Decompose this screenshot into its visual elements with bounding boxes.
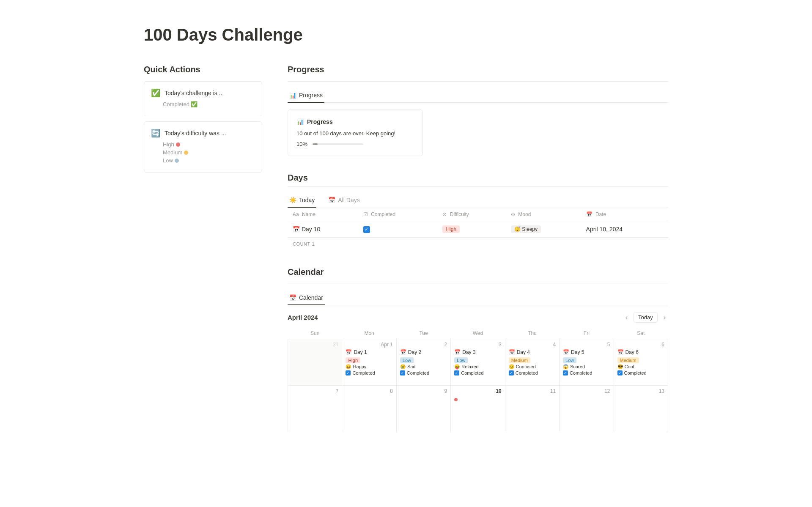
cal-day-1-mood: 😀 Happy [346,364,392,370]
cal-day-1-checkbox [346,370,351,375]
page-title: 100 Days Challenge [144,25,668,44]
table-header-row: Aa Name ☑ Completed ⊙ Difficulty ⊙ Mood … [288,208,668,221]
tab-all-days[interactable]: 📅 All Days [326,193,361,208]
cal-date-8: 8 [346,388,392,394]
cal-date-12: 12 [563,388,610,394]
cal-day-5-completed-label: Completed [570,370,592,375]
days-table: Aa Name ☑ Completed ⊙ Difficulty ⊙ Mood … [288,208,668,238]
cal-day-4-icon: 📅 [509,349,515,355]
calendar-month: April 2024 [288,314,318,321]
cal-day-6: 📅 Day 6 Medium 😎 Cool Completed [617,349,664,375]
difficulty-tag: High [442,225,460,233]
progress-tab[interactable]: 📊 Progress [288,88,324,103]
cal-day-6-icon: 📅 [617,349,624,355]
cal-day-2-mood: 😢 Sad [400,364,447,370]
cal-day-6-name: 📅 Day 6 [617,349,664,355]
tab-today[interactable]: ☀️ Today [288,193,316,208]
calendar-tab[interactable]: 📅 Calendar [288,291,325,305]
cal-day-2-label: Day 2 [408,349,421,355]
cal-day-3-mood: 😝 Relaxed [454,364,501,370]
col-mood: ⊙ Mood [506,208,581,221]
mood-badge: 😴 Sleepy [511,225,541,233]
difficulty-low-dot [175,159,179,163]
cal-day-3-tag: Low [454,357,468,363]
cal-cell-apr1: Apr 1 📅 Day 1 High 😀 Happy [342,339,396,386]
cal-cell-8: 8 [342,386,396,432]
cal-date-apr4: 4 [509,342,556,348]
calendar-today-btn[interactable]: Today [634,312,658,323]
cal-date-apr3: 3 [454,342,501,348]
cal-day-4: 📅 Day 4 Medium 😕 Confused Completed [509,349,556,375]
calendar-next-btn[interactable]: › [661,313,668,322]
cal-day-6-completed-label: Completed [624,370,647,375]
cal-day-5-completed: Completed [563,370,610,375]
cal-day-6-label: Day 6 [625,349,639,355]
cal-day-2-checkbox [400,370,405,375]
cal-day-3-checkbox [454,370,459,375]
quick-actions-title: Quick Actions [144,65,262,74]
progress-card-label: Progress [307,118,333,125]
cal-day-4-completed: Completed [509,370,556,375]
table-row: 📅 Day 10 High 😴 Sleepy April 1 [288,221,668,238]
cal-day-1-name: 📅 Day 1 [346,349,392,355]
cal-day-4-label: Day 4 [517,349,530,355]
cal-day-2: 📅 Day 2 Low 😢 Sad Completed [400,349,447,375]
cal-date-31: 31 [291,342,338,348]
days-divider [288,186,668,186]
cal-day-1: 📅 Day 1 High 😀 Happy Completed [346,349,392,375]
cal-day-10-dot [454,398,458,401]
tab-today-label: Today [299,197,315,203]
progress-divider [288,81,668,82]
cal-date-apr1: Apr 1 [346,342,392,348]
cal-day-5-checkbox [563,370,568,375]
difficulty-card: 🔄 Today's difficulty was ... High Medium… [144,121,262,173]
difficulty-high[interactable]: High [163,141,255,148]
cal-cell-apr5: 5 📅 Day 5 Low 😱 Scared [560,339,614,386]
cal-day-2-tag: Low [400,357,414,363]
cal-date-apr2: 2 [400,342,447,348]
cell-name: 📅 Day 10 [288,221,358,238]
weekday-sat: Sat [614,328,668,339]
cal-day-1-completed: Completed [346,370,392,375]
cal-date-13: 13 [617,388,664,394]
completed-checkbox[interactable] [363,226,370,233]
cal-day-3-icon: 📅 [454,349,461,355]
difficulty-medium[interactable]: Medium [163,149,255,156]
calendar-weekday-row: Sun Mon Tue Wed Thu Fri Sat [288,328,668,339]
cell-completed [358,221,438,238]
cal-day-5-mood: 😱 Scared [563,364,610,370]
calendar-section: Calendar 📅 Calendar April 2024 ‹ Today › [288,267,668,432]
days-tabs: ☀️ Today 📅 All Days [288,193,668,208]
cal-day-5-icon: 📅 [563,349,569,355]
calendar-nav: ‹ Today › [623,312,668,323]
cal-date-apr5: 5 [563,342,610,348]
cal-day-5: 📅 Day 5 Low 😱 Scared Completed [563,349,610,375]
calendar-prev-btn[interactable]: ‹ [623,313,630,322]
difficulty-high-dot [176,143,180,147]
cal-cell-9: 9 [396,386,450,432]
cal-day-3-name: 📅 Day 3 [454,349,501,355]
cal-day-6-mood: 😎 Cool [617,364,664,370]
days-section: Days ☀️ Today 📅 All Days Aa Nam [288,173,668,250]
cal-day-5-tag: Low [563,357,576,363]
cal-day-4-completed-label: Completed [516,370,538,375]
cal-day-1-icon: 📅 [346,349,352,355]
cal-day-6-checkbox [617,370,623,375]
difficulty-low[interactable]: Low [163,157,255,164]
progress-bar-container: 10% [296,141,414,147]
cal-day-4-checkbox [509,370,514,375]
count-row: COUNT 1 [288,238,668,250]
cal-cell-apr3: 3 📅 Day 3 Low 😝 Relaxed [451,339,505,386]
cal-cell-31: 31 [288,339,342,386]
col-difficulty: ⊙ Difficulty [437,208,506,221]
row-icon: 📅 [293,226,300,233]
calendar-row-2: 7 8 9 10 [288,386,668,432]
cal-day-4-name: 📅 Day 4 [509,349,556,355]
weekday-thu: Thu [505,328,559,339]
challenge-icon: ✅ [151,88,160,98]
difficulty-high-label: High [163,141,174,148]
col-name: Aa Name [288,208,358,221]
tab-all-days-label: All Days [338,197,359,203]
main-layout: Quick Actions ✅ Today's challenge is ...… [144,65,668,432]
cal-date-apr6: 6 [617,342,664,348]
